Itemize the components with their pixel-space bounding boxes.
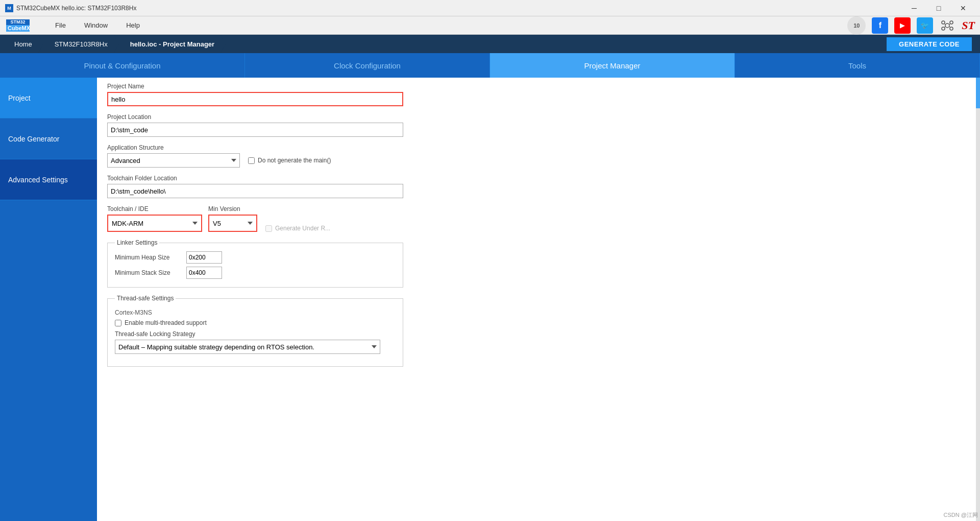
titlebar-controls: ─ □ ✕	[902, 0, 975, 16]
min-version-subgroup: Min Version V5 V4	[208, 205, 257, 232]
watermark: CSDN @江网	[944, 511, 978, 519]
tabbar: Pinout & Configuration Clock Configurati…	[0, 53, 980, 78]
linker-settings-fieldset: Linker Settings Minimum Heap Size Minimu…	[107, 239, 403, 288]
svg-line-5	[945, 24, 945, 25]
twitter-icon[interactable]: 🐦	[917, 17, 933, 34]
generate-code-button[interactable]: GENERATE CODE	[887, 37, 972, 51]
sidebar-item-advanced-settings[interactable]: Advanced Settings	[0, 159, 97, 200]
toolchain-ide-group: Toolchain / IDE MDK-ARM EWARM STM32CubeI…	[107, 205, 495, 232]
stm-logo: STM32 CubeMX	[6, 19, 30, 32]
cortex-label: Cortex-M3NS	[115, 309, 396, 316]
project-location-group: Project Location	[107, 113, 495, 137]
titlebar: M STM32CubeMX hello.ioc: STM32F103R8Hx ─…	[0, 0, 980, 16]
min-heap-input[interactable]	[186, 251, 222, 264]
close-button[interactable]: ✕	[951, 0, 975, 16]
min-stack-label: Minimum Stack Size	[115, 269, 181, 276]
app-structure-select-wrapper: Advanced Basic	[107, 153, 240, 168]
content-inner: Project Name Project Location Applicatio…	[97, 78, 505, 384]
tab-tools[interactable]: Tools	[735, 53, 980, 78]
scrollbar-right[interactable]	[976, 78, 980, 521]
sidebar-item-code-generator[interactable]: Code Generator	[0, 119, 97, 159]
menu-help[interactable]: Help	[122, 19, 144, 31]
generate-under-checkbox[interactable]	[265, 225, 272, 232]
app-structure-label: Application Structure	[107, 144, 495, 151]
maximize-button[interactable]: □	[927, 0, 950, 16]
toolchain-folder-label: Toolchain Folder Location	[107, 175, 495, 182]
toolchain-ide-label: Toolchain / IDE	[107, 205, 202, 212]
min-version-highlighted-wrapper: V5 V4	[208, 215, 257, 232]
linker-settings-legend: Linker Settings	[115, 239, 159, 246]
thread-locking-select-wrapper: Default – Mapping suitable strategy depe…	[115, 340, 380, 354]
svg-point-2	[950, 21, 953, 24]
menu-window[interactable]: Window	[80, 19, 112, 31]
breadcrumb-home[interactable]: Home	[8, 35, 38, 53]
network-icon[interactable]	[939, 17, 955, 34]
social-icons: 10 f ▶ 🐦 ST	[847, 16, 975, 35]
min-stack-row: Minimum Stack Size	[115, 267, 396, 279]
min-version-label: Min Version	[208, 205, 257, 212]
thread-locking-select[interactable]: Default – Mapping suitable strategy depe…	[115, 340, 380, 354]
toolchain-folder-group: Toolchain Folder Location	[107, 175, 495, 198]
window-title: STM32CubeMX hello.ioc: STM32F103R8Hx	[16, 5, 136, 12]
project-location-input[interactable]	[107, 123, 403, 137]
svg-point-1	[942, 21, 945, 24]
menubar: STM32 CubeMX File Window Help 10 f ▶ 🐦	[0, 16, 980, 35]
min-version-select[interactable]: V5 V4	[210, 216, 256, 230]
st-brand-icon: ST	[962, 19, 975, 32]
thread-locking-group: Thread-safe Locking Strategy Default – M…	[115, 330, 396, 354]
scrollbar-thumb	[976, 78, 980, 108]
svg-point-0	[945, 23, 949, 28]
do-not-generate-main-row: Do not generate the main()	[248, 157, 331, 164]
toolchain-folder-input[interactable]	[107, 184, 403, 198]
app-icon: M	[5, 4, 13, 12]
app-logo: STM32 CubeMX	[5, 15, 31, 36]
thread-safe-legend: Thread-safe Settings	[115, 295, 176, 302]
tab-project-manager[interactable]: Project Manager	[490, 53, 735, 78]
min-stack-input[interactable]	[186, 267, 222, 279]
do-not-generate-main-checkbox[interactable]	[248, 157, 255, 164]
thread-locking-label: Thread-safe Locking Strategy	[115, 330, 396, 338]
sidebar: Project Code Generator Advanced Settings	[0, 78, 97, 521]
do-not-generate-main-label: Do not generate the main()	[258, 157, 331, 164]
svg-point-4	[950, 27, 953, 30]
app-structure-group: Application Structure Advanced Basic Do …	[107, 144, 495, 168]
app-structure-row: Advanced Basic Do not generate the main(…	[107, 153, 495, 168]
thread-safe-fieldset: Thread-safe Settings Cortex-M3NS Enable …	[107, 295, 403, 367]
tab-clock[interactable]: Clock Configuration	[245, 53, 490, 78]
project-name-label: Project Name	[107, 83, 495, 90]
toolchain-ide-select[interactable]: MDK-ARM EWARM STM32CubeIDE Makefile	[109, 216, 201, 230]
stm-logo-top: STM32	[6, 19, 30, 25]
content-area: Project Name Project Location Applicatio…	[97, 78, 976, 521]
sidebar-item-project[interactable]: Project	[0, 78, 97, 119]
minimize-button[interactable]: ─	[902, 0, 926, 16]
youtube-icon[interactable]: ▶	[894, 17, 911, 34]
facebook-icon[interactable]: f	[872, 17, 888, 34]
breadcrumb-chip[interactable]: STM32F103R8Hx	[48, 35, 114, 53]
enable-multithreaded-label: Enable multi-threaded support	[125, 319, 207, 326]
breadcrumb-project[interactable]: hello.ioc - Project Manager	[124, 35, 220, 53]
stm-logo-bottom: CubeMX	[6, 25, 30, 32]
generate-under-group: Generate Under R...	[265, 225, 330, 232]
enable-multithreaded-checkbox[interactable]	[115, 320, 121, 326]
breadcrumb: Home STM32F103R8Hx hello.ioc - Project M…	[0, 35, 980, 53]
stm-logo-box: STM32 CubeMX	[5, 15, 31, 36]
toolchain-ide-subgroup: Toolchain / IDE MDK-ARM EWARM STM32CubeI…	[107, 205, 202, 232]
ten-years-icon: 10	[847, 16, 866, 35]
titlebar-left: M STM32CubeMX hello.ioc: STM32F103R8Hx	[5, 4, 136, 12]
toolchain-ide-highlighted-wrapper: MDK-ARM EWARM STM32CubeIDE Makefile	[107, 215, 202, 232]
project-location-label: Project Location	[107, 113, 495, 121]
toolchain-row: Toolchain / IDE MDK-ARM EWARM STM32CubeI…	[107, 205, 495, 232]
svg-point-3	[942, 27, 945, 30]
main-layout: Project Code Generator Advanced Settings…	[0, 78, 980, 521]
tab-pinout[interactable]: Pinout & Configuration	[0, 53, 245, 78]
svg-line-6	[949, 24, 950, 25]
enable-multithreaded-row: Enable multi-threaded support	[115, 319, 396, 326]
min-heap-row: Minimum Heap Size	[115, 251, 396, 264]
svg-line-8	[949, 27, 950, 27]
generate-under-label: Generate Under R...	[275, 225, 330, 232]
project-name-input[interactable]	[107, 92, 403, 106]
menu-file[interactable]: File	[51, 19, 70, 31]
project-name-group: Project Name	[107, 83, 495, 106]
app-structure-select[interactable]: Advanced Basic	[107, 153, 240, 168]
svg-line-7	[945, 27, 945, 27]
